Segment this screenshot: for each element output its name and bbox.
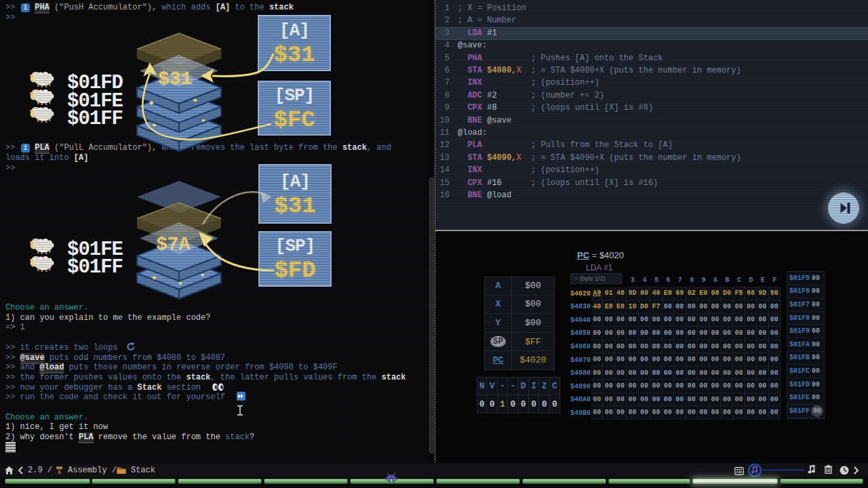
svg-text:$7A: $7A: [156, 234, 191, 255]
svg-text:$31: $31: [158, 68, 192, 89]
